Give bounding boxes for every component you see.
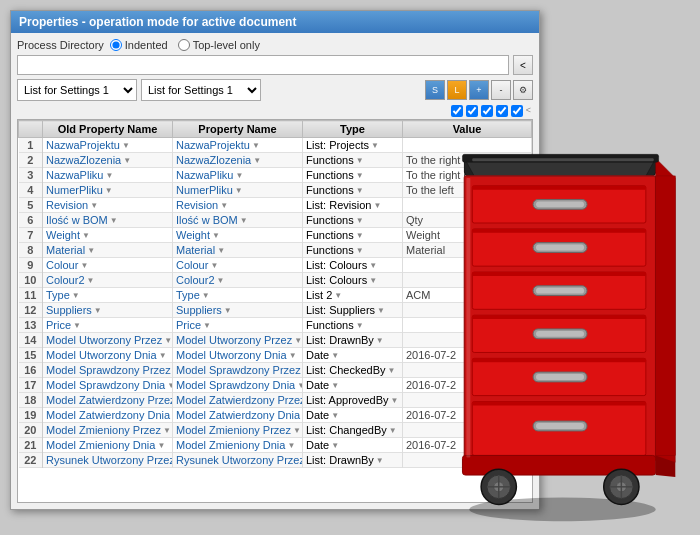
property-name: Model Zatwierdzony Przez ▼ <box>173 393 303 408</box>
property-name: Price ▼ <box>173 318 303 333</box>
property-type: Functions ▼ <box>303 168 403 183</box>
col-header-type: Type <box>303 121 403 138</box>
svg-rect-15 <box>472 272 646 276</box>
col-header-name: Property Name <box>173 121 303 138</box>
property-type: List: ApprovedBy ▼ <box>303 393 403 408</box>
svg-rect-23 <box>472 358 646 362</box>
list-dropdown-2[interactable]: List for Settings 1 <box>141 79 261 101</box>
old-property-name: NazwaPliku ▼ <box>43 168 173 183</box>
radio-group: Indented Top-level only <box>110 39 260 51</box>
old-property-name: Weight ▼ <box>43 228 173 243</box>
property-type: Functions ▼ <box>303 318 403 333</box>
dropdown-row: List for Settings 1 List for Settings 1 … <box>17 79 533 101</box>
row-num: 21 <box>19 438 43 453</box>
table-header-row: Old Property Name Property Name Type Val… <box>19 121 532 138</box>
icon-bar: S L + - ⚙ <box>425 80 533 100</box>
property-name: Model Sprawdzony Przez ▼ <box>173 363 303 378</box>
row-num: 8 <box>19 243 43 258</box>
old-property-name: Type ▼ <box>43 288 173 303</box>
svg-rect-27 <box>472 402 646 406</box>
process-directory-row: Process Directory Indented Top-level onl… <box>17 39 533 51</box>
radio-toplevel[interactable] <box>178 39 190 51</box>
toolbox-image <box>435 125 690 525</box>
property-name: Model Zatwierdzony Dnia ▼ <box>173 408 303 423</box>
col-check-4[interactable] <box>496 105 508 117</box>
property-name: NazwaProjektu ▼ <box>173 138 303 153</box>
property-type: List: ChangedBy ▼ <box>303 423 403 438</box>
window-title: Properties - operation mode for active d… <box>19 15 296 29</box>
property-name: Model Zmieniony Przez ▼ <box>173 423 303 438</box>
row-num: 9 <box>19 258 43 273</box>
row-num: 19 <box>19 408 43 423</box>
old-property-name: Model Zmieniony Przez ▼ <box>43 423 173 438</box>
property-type: Functions ▼ <box>303 243 403 258</box>
property-type: List: Colours ▼ <box>303 273 403 288</box>
property-type: Date ▼ <box>303 408 403 423</box>
col-check-5[interactable] <box>511 105 523 117</box>
property-name: Ilość w BOM ▼ <box>173 213 303 228</box>
old-property-name: NazwaZlozenia ▼ <box>43 153 173 168</box>
property-name: Material ▼ <box>173 243 303 258</box>
list-dropdown-1[interactable]: List for Settings 1 <box>17 79 137 101</box>
icon-btn-3[interactable]: + <box>469 80 489 100</box>
row-num: 20 <box>19 423 43 438</box>
old-property-name: Model Sprawdzony Dnia ▼ <box>43 378 173 393</box>
property-type: Functions ▼ <box>303 183 403 198</box>
col-check-1[interactable] <box>451 105 463 117</box>
radio-indented-label[interactable]: Indented <box>110 39 168 51</box>
old-property-name: Model Utworzony Przez ▼ <box>43 333 173 348</box>
icon-btn-4[interactable]: - <box>491 80 511 100</box>
old-property-name: Model Zatwierdzony Dnia ▼ <box>43 408 173 423</box>
old-property-name: Material ▼ <box>43 243 173 258</box>
svg-rect-25 <box>536 374 584 380</box>
property-name: Model Utworzony Dnia ▼ <box>173 348 303 363</box>
property-type: List: Revision ▼ <box>303 198 403 213</box>
title-bar: Properties - operation mode for active d… <box>11 11 539 33</box>
row-num: 15 <box>19 348 43 363</box>
property-name: Colour ▼ <box>173 258 303 273</box>
search-input[interactable] <box>17 55 509 75</box>
col-header-value: Value <box>403 121 532 138</box>
property-type: List: Colours ▼ <box>303 258 403 273</box>
property-type: List: DrawnBy ▼ <box>303 453 403 468</box>
old-property-name: Model Zatwierdzony Przez ▼ <box>43 393 173 408</box>
row-num: 3 <box>19 168 43 183</box>
property-name: Colour2 ▼ <box>173 273 303 288</box>
property-name: Model Utworzony Przez ▼ <box>173 333 303 348</box>
property-type: Date ▼ <box>303 378 403 393</box>
property-type: Functions ▼ <box>303 213 403 228</box>
property-type: Date ▼ <box>303 348 403 363</box>
property-name: NazwaPliku ▼ <box>173 168 303 183</box>
row-num: 5 <box>19 198 43 213</box>
svg-rect-17 <box>536 288 584 294</box>
row-num: 10 <box>19 273 43 288</box>
property-type: List: Projects ▼ <box>303 138 403 153</box>
process-directory-label: Process Directory <box>17 39 104 51</box>
old-property-name: Model Zmieniony Dnia ▼ <box>43 438 173 453</box>
row-num: 14 <box>19 333 43 348</box>
col-check-3[interactable] <box>481 105 493 117</box>
icon-btn-1[interactable]: S <box>425 80 445 100</box>
row-num: 16 <box>19 363 43 378</box>
old-property-name: Model Sprawdzony Przez ▼ <box>43 363 173 378</box>
icon-btn-2[interactable]: L <box>447 80 467 100</box>
property-type: Functions ▼ <box>303 228 403 243</box>
svg-rect-32 <box>656 176 676 456</box>
nav-back-button[interactable]: < <box>513 55 533 75</box>
property-name: Type ▼ <box>173 288 303 303</box>
radio-indented[interactable] <box>110 39 122 51</box>
row-num: 18 <box>19 393 43 408</box>
old-property-name: Model Utworzony Dnia ▼ <box>43 348 173 363</box>
col-check-2[interactable] <box>466 105 478 117</box>
old-property-name: Colour ▼ <box>43 258 173 273</box>
property-name: Suppliers ▼ <box>173 303 303 318</box>
icon-btn-5[interactable]: ⚙ <box>513 80 533 100</box>
svg-rect-11 <box>472 229 646 233</box>
search-row: < <box>17 55 533 75</box>
radio-toplevel-label[interactable]: Top-level only <box>178 39 260 51</box>
svg-rect-13 <box>536 245 584 251</box>
svg-rect-44 <box>472 158 653 161</box>
row-num: 7 <box>19 228 43 243</box>
property-name: Model Zmieniony Dnia ▼ <box>173 438 303 453</box>
row-num: 12 <box>19 303 43 318</box>
